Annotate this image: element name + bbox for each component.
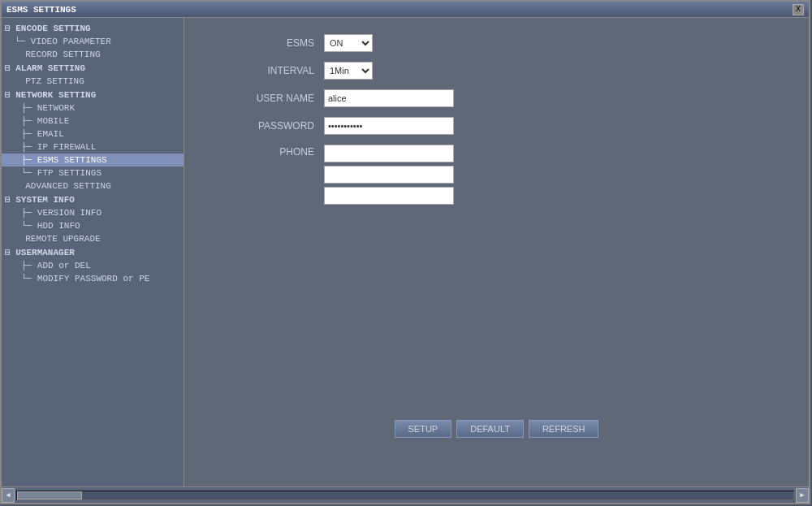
- password-input[interactable]: [324, 117, 454, 135]
- sidebar-item-system-info[interactable]: ⊟ SYSTEM INFO: [2, 192, 184, 206]
- main-window: ESMS SETTINGS X ⊟ ENCODE SETTING └─ VIDE…: [0, 0, 810, 504]
- sidebar-item-ip-firewall[interactable]: ├─ IP FIREWALL: [2, 141, 184, 154]
- close-button[interactable]: X: [793, 4, 804, 15]
- phone-inputs: [324, 145, 454, 205]
- scrollbar-area: ◀ ▶: [2, 487, 809, 503]
- sidebar-item-esms-settings[interactable]: ├─ ESMS SETTINGS: [2, 154, 184, 167]
- password-label: PASSWORD: [217, 120, 314, 132]
- phone-group: PHONE: [217, 145, 776, 205]
- username-group: USER NAME: [217, 89, 776, 107]
- sidebar-item-add-del[interactable]: ├─ ADD or DEL: [2, 259, 184, 272]
- main-panel: ESMS ON OFF INTERVAL 1Min 5Min 10Min 30M…: [184, 18, 809, 487]
- buttons-row: SETUP DEFAULT REFRESH: [184, 420, 809, 438]
- phone-input-3[interactable]: [324, 187, 454, 205]
- sidebar-item-network[interactable]: ├─ NETWORK: [2, 102, 184, 115]
- scroll-thumb[interactable]: [17, 491, 82, 500]
- sidebar-item-alarm-setting[interactable]: ⊟ ALARM SETTING: [2, 61, 184, 75]
- esms-select[interactable]: ON OFF: [324, 34, 373, 52]
- username-label: USER NAME: [217, 93, 314, 104]
- sidebar-item-version-info[interactable]: ├─ VERSION INFO: [2, 206, 184, 219]
- refresh-button[interactable]: REFRESH: [529, 420, 599, 438]
- sidebar-item-network-setting[interactable]: ⊟ NETWORK SETTING: [2, 88, 184, 102]
- sidebar-item-ptz-setting[interactable]: PTZ SETTING: [2, 75, 184, 88]
- scroll-track[interactable]: [16, 491, 794, 500]
- scroll-right-button[interactable]: ▶: [796, 488, 809, 503]
- window-title: ESMS SETTINGS: [6, 5, 76, 15]
- interval-select[interactable]: 1Min 5Min 10Min 30Min: [324, 62, 373, 80]
- sidebar-item-record-setting[interactable]: RECORD SETTING: [2, 48, 184, 61]
- sidebar-item-modify-password[interactable]: └─ MODIFY PASSWORD or PE: [2, 272, 184, 285]
- username-input[interactable]: [324, 89, 454, 107]
- phone-input-1[interactable]: [324, 145, 454, 162]
- sidebar-item-encode-setting[interactable]: ⊟ ENCODE SETTING: [2, 21, 184, 35]
- sidebar-item-usermanager[interactable]: ⊟ USERMANAGER: [2, 245, 184, 259]
- setup-button[interactable]: SETUP: [395, 420, 452, 438]
- sidebar: ⊟ ENCODE SETTING └─ VIDEO PARAMETER RECO…: [2, 18, 184, 487]
- sidebar-item-email[interactable]: ├─ EMAIL: [2, 128, 184, 141]
- sidebar-item-ftp-settings[interactable]: └─ FTP SETTINGS: [2, 167, 184, 179]
- phone-input-2[interactable]: [324, 166, 454, 184]
- interval-label: INTERVAL: [217, 65, 314, 76]
- sidebar-item-remote-upgrade[interactable]: REMOTE UPGRADE: [2, 232, 184, 245]
- esms-label: ESMS: [217, 37, 314, 49]
- scroll-left-button[interactable]: ◀: [2, 488, 15, 503]
- sidebar-item-advanced-setting[interactable]: ADVANCED SETTING: [2, 179, 184, 192]
- password-group: PASSWORD: [217, 117, 776, 135]
- esms-group: ESMS ON OFF: [217, 34, 776, 52]
- sidebar-item-mobile[interactable]: ├─ MOBILE: [2, 115, 184, 128]
- default-button[interactable]: DEFAULT: [456, 420, 524, 438]
- title-bar: ESMS SETTINGS X: [2, 2, 809, 18]
- phone-label: PHONE: [217, 146, 314, 158]
- sidebar-item-video-parameter[interactable]: └─ VIDEO PARAMETER: [2, 35, 184, 48]
- interval-group: INTERVAL 1Min 5Min 10Min 30Min: [217, 62, 776, 80]
- content-area: ⊟ ENCODE SETTING └─ VIDEO PARAMETER RECO…: [2, 18, 809, 487]
- sidebar-item-hdd-info[interactable]: └─ HDD INFO: [2, 219, 184, 232]
